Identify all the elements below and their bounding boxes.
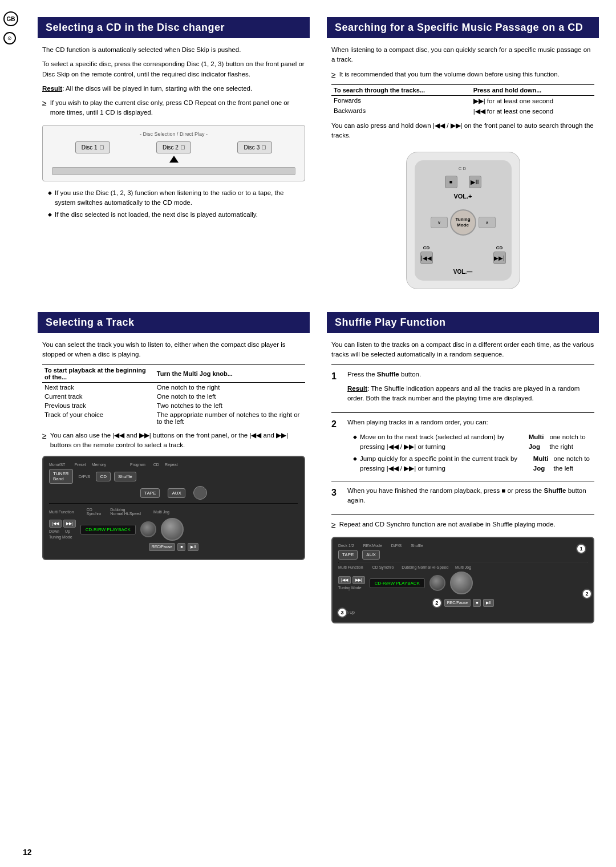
section-title-shuffle: Shuffle Play Function xyxy=(327,312,599,333)
disc-changer-para1: The CD function is automatically selecte… xyxy=(42,45,305,55)
fp-display: CD-R/RW PLAYBACK xyxy=(80,525,136,534)
disc-changer-note2: If you use the Disc (1, 2, 3) function w… xyxy=(42,188,305,208)
section-disc-changer: Selecting a CD in the Disc changer The C… xyxy=(38,11,310,295)
disc1-led xyxy=(100,145,104,149)
disc-bottom-bar xyxy=(52,167,295,175)
stop-btn: ■ xyxy=(445,176,457,188)
shuffle-large-knob xyxy=(450,572,473,594)
disc-changer-illustration: - Disc Selection / Direct Play - Disc 1 … xyxy=(42,125,305,181)
shuffle-para1: You can listen to the tracks on a compac… xyxy=(331,340,594,360)
remote-illustration: CD ■ ▶II VOL.+ ∨ Tuning Mode xyxy=(406,152,520,289)
search-note2: You can aslo press and hold down |◀◀ / ▶… xyxy=(331,121,594,141)
prev-track-btn: |◀◀ xyxy=(420,252,433,264)
shuffle-play-btn: ▶II xyxy=(483,599,494,607)
nav-left-btn: ∨ xyxy=(431,217,448,228)
cd-label-top: CD xyxy=(459,166,468,171)
shuffle-aux-btn: AUX xyxy=(362,550,379,560)
shuffle-stop-btn: ■ xyxy=(473,599,481,607)
play-pause-btn: ▶II xyxy=(469,176,481,188)
section-shuffle: Shuffle Play Function You can listen to … xyxy=(327,306,599,629)
shuffle-tape-btn: TAPE xyxy=(338,550,358,560)
step-number: 2 xyxy=(331,418,343,431)
track-note1: You can also use the |◀◀ and ▶▶| buttons… xyxy=(42,431,305,451)
gb-badge: GB xyxy=(3,11,18,26)
fp-knob xyxy=(140,521,156,537)
cd-btn-fp: CD xyxy=(96,472,111,481)
track-para1: You can select the track you wish to lis… xyxy=(42,340,305,360)
cd-label-right: CD xyxy=(496,245,503,250)
disc3-led xyxy=(262,145,266,149)
disc1-btn: Disc 1 xyxy=(75,141,110,153)
circle-icon: ⊙ xyxy=(3,32,16,44)
disc-changer-note1: If you wish to play the current disc onl… xyxy=(42,98,305,118)
shuffle-btn-fp: Shuffle xyxy=(114,472,136,481)
disc2-btn: Disc 2 xyxy=(156,141,191,153)
search-col2: Press and hold down... xyxy=(471,84,594,95)
shuffle-front-panel: Deck 1/2 REV.Mode D/P/S Shuffle TAPE AUX… xyxy=(331,537,594,623)
disc-changer-result: Result: All the discs will be played in … xyxy=(42,84,305,94)
page-number: 12 xyxy=(23,848,32,857)
disc-changer-para2: To select a specific disc, press the cor… xyxy=(42,59,305,79)
badge-1: 1 xyxy=(576,544,586,554)
fp-stop-btn: ■ xyxy=(177,543,185,551)
section-search-passage: Searching for a Specific Music Passage o… xyxy=(327,11,599,295)
fp-play-btn: ▶II xyxy=(188,543,198,551)
fp-fwd-btn: ▶▶| xyxy=(63,520,76,528)
fp-rec-btn: REC/Pause xyxy=(149,543,176,551)
tuning-mode-btn: Tuning Mode xyxy=(450,209,476,236)
front-panel-illustration: Mono/ST Preset Memory Program CD Repeat … xyxy=(42,456,305,560)
search-row-backwards: Backwards |◀◀ for at least one second xyxy=(331,106,594,116)
track-table-row: Current trackOne notch to the left xyxy=(42,392,305,401)
tuner-band-btn: TUNERBand xyxy=(49,469,73,484)
tape-btn: TAPE xyxy=(140,488,160,498)
disc2-led xyxy=(181,145,185,149)
section-title-search: Searching for a Specific Music Passage o… xyxy=(327,17,599,38)
shuffle-knob xyxy=(429,575,445,591)
step-number: 3 xyxy=(331,486,343,500)
shuffle-note1: Repeat and CD Synchro function are not a… xyxy=(331,520,594,531)
step-content: Press the Shuffle button.Result: The Shu… xyxy=(347,370,594,408)
shuffle-rew-btn: |◀◀ xyxy=(338,576,351,584)
fp-round-btn xyxy=(193,486,207,500)
cd-label-left: CD xyxy=(423,245,430,250)
badge-2b: 2 xyxy=(432,598,442,608)
nav-right-btn: ∧ xyxy=(479,217,496,228)
shuffle-step: 3When you have finished the random playb… xyxy=(331,486,594,511)
search-row-forwards: Forwards ▶▶| for at least one second xyxy=(331,95,594,106)
shuffle-step: 2When playing tracks in a random order, … xyxy=(331,418,594,476)
disc-arrow-up xyxy=(169,156,179,163)
shuffle-fwd-btn: ▶▶| xyxy=(352,576,365,584)
track-table-row: Track of your choiceThe appropriate numb… xyxy=(42,410,305,426)
track-col1: To start playback at the beginning of th… xyxy=(42,364,155,382)
fp-rew-btn: |◀◀ xyxy=(49,520,62,528)
section-title-track: Selecting a Track xyxy=(38,312,310,333)
track-table: To start playback at the beginning of th… xyxy=(42,364,305,426)
fp-large-knob xyxy=(161,518,184,541)
shuffle-rec-btn: REC/Pause xyxy=(444,599,471,607)
shuffle-display: CD-R/RW PLAYBACK xyxy=(370,578,425,588)
track-col2: Turn the Multi Jog knob... xyxy=(155,364,305,382)
search-col1: To search through the tracks... xyxy=(331,84,471,95)
search-para1: When listening to a compact disc, you ca… xyxy=(331,45,594,65)
next-track-btn: ▶▶| xyxy=(493,252,506,264)
shuffle-step: 1Press the Shuffle button.Result: The Sh… xyxy=(331,370,594,408)
disc-changer-note3: If the disc selected is not loaded, the … xyxy=(42,210,305,220)
section-select-track: Selecting a Track You can select the tra… xyxy=(38,306,310,629)
vol-minus-label: VOL.— xyxy=(453,269,472,275)
section-title-disc-changer: Selecting a CD in the Disc changer xyxy=(38,17,310,38)
track-table-row: Next trackOne notch to the right xyxy=(42,382,305,392)
vol-plus-label: VOL.+ xyxy=(453,193,472,200)
badge-2a: 2 xyxy=(582,589,592,599)
track-table-row: Previous trackTwo notches to the left xyxy=(42,401,305,410)
step-number: 1 xyxy=(331,370,343,383)
step-content: When you have finished the random playba… xyxy=(347,486,594,511)
search-table: To search through the tracks... Press an… xyxy=(331,84,594,116)
disc3-btn: Disc 3 xyxy=(237,141,272,153)
aux-btn: AUX xyxy=(168,488,185,498)
step-content: When playing tracks in a random order, y… xyxy=(347,418,594,476)
search-note1: It is recommended that you turn the volu… xyxy=(331,70,594,81)
badge-3: 3 xyxy=(337,607,347,618)
